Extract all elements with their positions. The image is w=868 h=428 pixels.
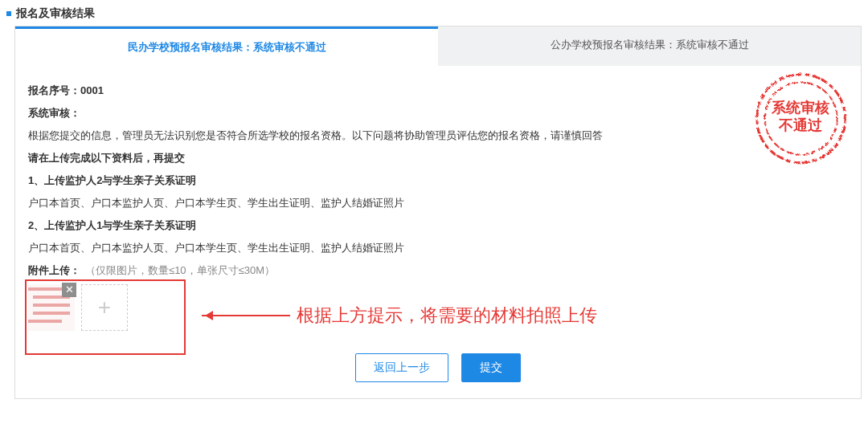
upload-add-button[interactable]: + <box>81 284 128 331</box>
item1-desc: 户口本首页、户口本监护人页、户口本学生页、学生出生证明、监护人结婚证照片 <box>28 196 848 210</box>
upload-header: 附件上传：（仅限图片，数量≤10，单张尺寸≤30M） <box>28 263 848 278</box>
upload-help: （仅限图片，数量≤10，单张尺寸≤30M） <box>85 264 275 276</box>
reg-seq-value: 0001 <box>80 84 104 96</box>
panel: 民办学校预报名审核结果：系统审核不通过 公办学校预报名审核结果：系统审核不通过 … <box>14 26 862 399</box>
tab-public-school[interactable]: 公办学校预报名审核结果：系统审核不通过 <box>438 26 861 66</box>
upload-thumb-1[interactable]: ✕ <box>28 284 75 331</box>
item1-title: 1、上传监护人2与学生亲子关系证明 <box>28 173 848 188</box>
instruction: 请在上传完成以下资料后，再提交 <box>28 151 848 165</box>
section-title: 报名及审核结果 <box>16 6 95 21</box>
page-root: 报名及审核结果 民办学校预报名审核结果：系统审核不通过 公办学校预报名审核结果：… <box>0 0 868 406</box>
upload-label: 附件上传： <box>28 264 80 276</box>
tab-content: 系统审核 不通过 报名序号：0001 系统审核： 根据您提交的信息，管理员无法识… <box>15 66 861 398</box>
audit-desc: 根据您提交的信息，管理员无法识别您是否符合所选学校的报名资格。以下问题将协助管理… <box>28 128 848 143</box>
upload-area: 根据上方提示，将需要的材料拍照上传 ✕ + <box>28 284 848 331</box>
submit-button[interactable]: 提交 <box>461 353 521 382</box>
item2-title: 2、上传监护人1与学生亲子关系证明 <box>28 218 848 233</box>
close-icon[interactable]: ✕ <box>62 283 76 297</box>
upload-row: ✕ + <box>28 284 848 331</box>
bullet-icon <box>6 11 11 16</box>
button-row: 返回上一步 提交 <box>28 353 848 382</box>
item2-desc: 户口本首页、户口本监护人页、户口本学生页、学生出生证明、监护人结婚证照片 <box>28 241 848 255</box>
tab-private-school[interactable]: 民办学校预报名审核结果：系统审核不通过 <box>15 26 438 66</box>
audit-label: 系统审核： <box>28 106 848 120</box>
section-header: 报名及审核结果 <box>6 6 862 21</box>
tabs: 民办学校预报名审核结果：系统审核不通过 公办学校预报名审核结果：系统审核不通过 <box>15 26 861 66</box>
reg-seq-label: 报名序号： <box>28 84 80 96</box>
back-button[interactable]: 返回上一步 <box>355 353 448 382</box>
reg-seq-row: 报名序号：0001 <box>28 84 848 98</box>
